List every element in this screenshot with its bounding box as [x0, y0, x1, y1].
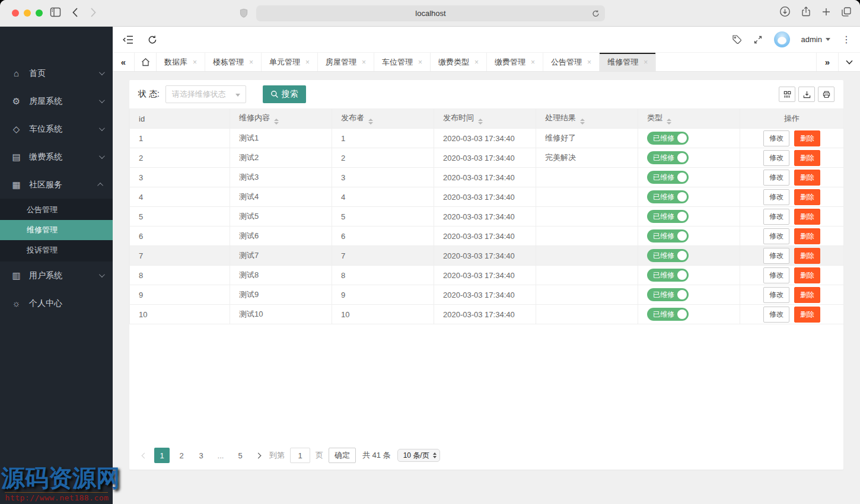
scroll-tabs-right-icon[interactable]: »: [816, 53, 838, 71]
column-header[interactable]: 处理结果: [536, 109, 638, 129]
collapse-sidebar-icon[interactable]: [123, 36, 133, 44]
tab-database[interactable]: 数据库×: [157, 53, 205, 71]
repaired-toggle[interactable]: 已维修: [647, 210, 689, 223]
prev-page-button[interactable]: [138, 448, 150, 463]
repaired-toggle[interactable]: 已维修: [647, 190, 689, 203]
scroll-tabs-left-icon[interactable]: «: [113, 53, 135, 71]
edit-button[interactable]: 修改: [763, 248, 789, 264]
share-icon[interactable]: [801, 6, 811, 17]
tab-close-icon[interactable]: ×: [474, 58, 479, 66]
fullscreen-icon[interactable]: [753, 35, 763, 44]
sidebar-item-personal-center[interactable]: ☼个人中心: [0, 289, 113, 317]
home-tab[interactable]: [135, 53, 157, 71]
tab-close-icon[interactable]: ×: [193, 58, 197, 66]
page-button-3[interactable]: 3: [193, 448, 209, 463]
tab-house-management[interactable]: 房屋管理×: [318, 53, 374, 71]
new-tab-icon[interactable]: [821, 7, 831, 17]
minimize-window-button[interactable]: [24, 9, 31, 17]
delete-button[interactable]: 删除: [794, 287, 820, 303]
tab-close-icon[interactable]: ×: [305, 58, 310, 66]
edit-button[interactable]: 修改: [763, 189, 789, 205]
column-header[interactable]: 发布时间: [434, 109, 536, 129]
export-button[interactable]: [798, 87, 815, 102]
tag-icon[interactable]: [732, 34, 742, 44]
tab-close-icon[interactable]: ×: [644, 58, 648, 66]
confirm-page-button[interactable]: 确定: [329, 448, 356, 463]
privacy-shield-icon[interactable]: [240, 8, 248, 18]
sort-icon[interactable]: [580, 119, 585, 125]
tab-building-management[interactable]: 楼栋管理×: [205, 53, 262, 71]
tab-close-icon[interactable]: ×: [249, 58, 253, 66]
sidebar-item-parking-system[interactable]: ◇车位系统: [0, 115, 113, 143]
tab-overview-icon[interactable]: [841, 7, 852, 17]
back-icon[interactable]: [72, 7, 78, 18]
sort-icon[interactable]: [667, 119, 671, 125]
tab-close-icon[interactable]: ×: [418, 58, 422, 66]
tab-actions-dropdown-icon[interactable]: [838, 53, 860, 71]
delete-button[interactable]: 删除: [794, 209, 820, 225]
reload-icon[interactable]: [592, 9, 600, 18]
column-header[interactable]: 维修内容: [230, 109, 332, 129]
downloads-icon[interactable]: [779, 6, 791, 17]
close-window-button[interactable]: [12, 9, 19, 17]
delete-button[interactable]: 删除: [794, 150, 820, 166]
edit-button[interactable]: 修改: [763, 209, 789, 225]
page-button-2[interactable]: 2: [174, 448, 189, 463]
column-header[interactable]: 类型: [638, 109, 740, 129]
delete-button[interactable]: 删除: [794, 307, 820, 323]
tab-unit-management[interactable]: 单元管理×: [262, 53, 318, 71]
more-options-icon[interactable]: ⋮: [842, 35, 851, 44]
tab-parking-management[interactable]: 车位管理×: [374, 53, 431, 71]
sidebar-item-user-system[interactable]: ▥用户系统: [0, 261, 113, 289]
delete-button[interactable]: 删除: [794, 130, 820, 146]
status-select[interactable]: 请选择维修状态: [165, 85, 246, 103]
sort-icon[interactable]: [274, 119, 279, 125]
edit-button[interactable]: 修改: [763, 170, 789, 186]
tab-notice-management[interactable]: 公告管理×: [543, 53, 600, 71]
tab-close-icon[interactable]: ×: [531, 58, 535, 66]
avatar[interactable]: [774, 31, 790, 47]
sidebar-subitem-complaint-management[interactable]: 投诉管理: [0, 240, 113, 260]
delete-button[interactable]: 删除: [794, 248, 820, 264]
repaired-toggle[interactable]: 已维修: [647, 288, 689, 301]
repaired-toggle[interactable]: 已维修: [647, 249, 689, 262]
sort-icon[interactable]: [478, 119, 483, 125]
next-page-button[interactable]: [252, 448, 264, 463]
tab-repair-management[interactable]: 维修管理×: [600, 53, 656, 71]
page-button-1[interactable]: 1: [154, 448, 170, 463]
zoom-window-button[interactable]: [36, 9, 43, 17]
per-page-select[interactable]: 10 条/页: [397, 449, 440, 462]
url-bar[interactable]: localhost: [256, 5, 605, 21]
repaired-toggle[interactable]: 已维修: [647, 229, 689, 243]
sidebar-item-housing-system[interactable]: ⚙房屋系统: [0, 87, 113, 115]
sidebar-item-home[interactable]: ⌂首页: [0, 59, 113, 87]
repaired-toggle[interactable]: 已维修: [647, 151, 689, 164]
edit-button[interactable]: 修改: [763, 130, 789, 146]
refresh-page-icon[interactable]: [148, 35, 157, 44]
sort-icon[interactable]: [368, 119, 373, 125]
delete-button[interactable]: 删除: [794, 228, 820, 244]
delete-button[interactable]: 删除: [794, 170, 820, 186]
tab-close-icon[interactable]: ×: [587, 58, 591, 66]
column-header[interactable]: 发布者: [332, 109, 434, 129]
goto-page-input[interactable]: [290, 448, 310, 463]
delete-button[interactable]: 删除: [794, 189, 820, 205]
tab-fee-management[interactable]: 缴费管理×: [487, 53, 543, 71]
search-button[interactable]: 搜索: [263, 85, 306, 103]
forward-icon[interactable]: [90, 7, 97, 18]
user-menu[interactable]: admin: [801, 35, 830, 44]
edit-button[interactable]: 修改: [763, 228, 789, 244]
edit-button[interactable]: 修改: [763, 287, 789, 303]
browser-sidebar-icon[interactable]: [50, 7, 61, 17]
page-button-5[interactable]: 5: [232, 448, 248, 463]
sidebar-item-payment-system[interactable]: ▤缴费系统: [0, 143, 113, 171]
repaired-toggle[interactable]: 已维修: [647, 132, 689, 145]
tab-close-icon[interactable]: ×: [362, 58, 366, 66]
tab-fee-type[interactable]: 缴费类型×: [431, 53, 487, 71]
delete-button[interactable]: 删除: [794, 267, 820, 283]
filter-columns-button[interactable]: [779, 87, 795, 102]
edit-button[interactable]: 修改: [763, 150, 789, 166]
print-button[interactable]: [818, 87, 834, 102]
edit-button[interactable]: 修改: [763, 307, 789, 323]
sidebar-item-community-service[interactable]: ▦社区服务: [0, 171, 113, 199]
